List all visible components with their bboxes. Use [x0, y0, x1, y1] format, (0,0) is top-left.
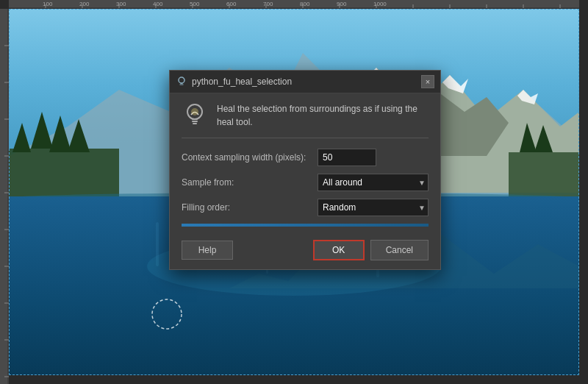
sample-from-select-wrapper: All around Above only Below only Left on…: [318, 174, 429, 191]
svg-text:800: 800: [300, 1, 310, 7]
filling-order-select[interactable]: Random Top to bottom Bottom to top Left …: [318, 199, 429, 216]
dialog-title: python_fu_heal_selection: [192, 77, 292, 87]
svg-rect-64: [180, 85, 184, 85]
progress-separator: [182, 224, 429, 227]
context-width-input[interactable]: [318, 149, 376, 166]
context-width-label: Context sampling width (pixels):: [182, 152, 318, 163]
svg-point-62: [179, 77, 184, 83]
help-button[interactable]: Help: [182, 241, 233, 260]
svg-rect-66: [192, 118, 198, 120]
svg-text:900: 900: [337, 1, 347, 7]
ruler-top: 100 200 300 400 500 600 700 800 900 1000: [9, 0, 579, 9]
svg-rect-68: [193, 123, 197, 124]
sample-from-label: Sample from:: [182, 177, 318, 188]
svg-rect-46: [9, 149, 119, 200]
svg-text:500: 500: [190, 1, 200, 7]
ok-button[interactable]: OK: [313, 240, 365, 260]
form-row-filling-order: Filling order: Random Top to bottom Bott…: [182, 199, 429, 216]
dialog-titlebar: python_fu_heal_selection ×: [170, 71, 440, 93]
svg-text:100: 100: [43, 1, 53, 7]
dialog: python_fu_heal_selection ×: [169, 70, 441, 270]
svg-rect-67: [192, 121, 198, 122]
sample-from-select[interactable]: All around Above only Below only Left on…: [318, 174, 429, 191]
ruler-left: [0, 9, 9, 375]
svg-rect-63: [181, 83, 183, 84]
script-fu-icon: [176, 76, 187, 88]
cancel-button[interactable]: Cancel: [370, 240, 429, 260]
svg-text:600: 600: [226, 1, 237, 7]
svg-rect-58: [156, 222, 159, 266]
svg-point-69: [191, 108, 198, 115]
dialog-title-left: python_fu_heal_selection: [176, 76, 292, 88]
svg-rect-51: [509, 152, 579, 200]
svg-text:400: 400: [153, 1, 163, 7]
dialog-close-button[interactable]: ×: [421, 75, 434, 88]
svg-rect-27: [0, 9, 9, 384]
filling-order-label: Filling order:: [182, 202, 318, 213]
svg-text:300: 300: [116, 1, 126, 7]
dialog-body: Heal the selection from surroundings as …: [170, 93, 440, 269]
lightbulb-icon: [182, 102, 208, 129]
filling-order-select-wrapper: Random Top to bottom Bottom to top Left …: [318, 199, 429, 216]
svg-text:1000: 1000: [373, 1, 387, 7]
description-row: Heal the selection from surroundings as …: [182, 102, 429, 138]
svg-text:700: 700: [263, 1, 273, 7]
dialog-description: Heal the selection from surroundings as …: [217, 102, 429, 129]
svg-text:200: 200: [79, 1, 90, 7]
form-row-context-width: Context sampling width (pixels):: [182, 149, 429, 166]
button-row: Help OK Cancel: [182, 237, 429, 260]
form-row-sample-from: Sample from: All around Above only Below…: [182, 174, 429, 191]
svg-rect-0: [9, 0, 579, 9]
